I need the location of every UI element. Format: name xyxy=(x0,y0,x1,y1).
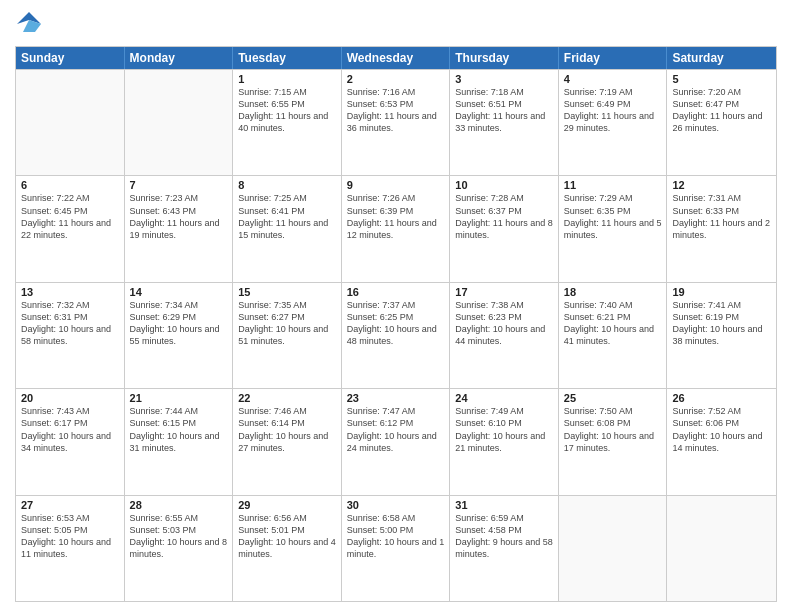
calendar-cell: 12Sunrise: 7:31 AMSunset: 6:33 PMDayligh… xyxy=(667,176,776,281)
day-number: 24 xyxy=(455,392,553,404)
weekday-header: Wednesday xyxy=(342,47,451,69)
calendar-cell: 7Sunrise: 7:23 AMSunset: 6:43 PMDaylight… xyxy=(125,176,234,281)
logo xyxy=(15,10,47,38)
day-info: Sunrise: 7:44 AMSunset: 6:15 PMDaylight:… xyxy=(130,405,228,454)
day-number: 20 xyxy=(21,392,119,404)
calendar-body: 1Sunrise: 7:15 AMSunset: 6:55 PMDaylight… xyxy=(16,69,776,601)
calendar-row: 1Sunrise: 7:15 AMSunset: 6:55 PMDaylight… xyxy=(16,69,776,175)
weekday-header: Sunday xyxy=(16,47,125,69)
day-number: 3 xyxy=(455,73,553,85)
calendar-cell: 8Sunrise: 7:25 AMSunset: 6:41 PMDaylight… xyxy=(233,176,342,281)
calendar-cell: 27Sunrise: 6:53 AMSunset: 5:05 PMDayligh… xyxy=(16,496,125,601)
day-number: 8 xyxy=(238,179,336,191)
day-info: Sunrise: 7:20 AMSunset: 6:47 PMDaylight:… xyxy=(672,86,771,135)
calendar-cell: 1Sunrise: 7:15 AMSunset: 6:55 PMDaylight… xyxy=(233,70,342,175)
day-number: 31 xyxy=(455,499,553,511)
day-info: Sunrise: 7:50 AMSunset: 6:08 PMDaylight:… xyxy=(564,405,662,454)
calendar-cell: 17Sunrise: 7:38 AMSunset: 6:23 PMDayligh… xyxy=(450,283,559,388)
day-number: 28 xyxy=(130,499,228,511)
day-info: Sunrise: 6:55 AMSunset: 5:03 PMDaylight:… xyxy=(130,512,228,561)
day-info: Sunrise: 7:25 AMSunset: 6:41 PMDaylight:… xyxy=(238,192,336,241)
calendar-cell: 20Sunrise: 7:43 AMSunset: 6:17 PMDayligh… xyxy=(16,389,125,494)
day-info: Sunrise: 7:15 AMSunset: 6:55 PMDaylight:… xyxy=(238,86,336,135)
day-number: 13 xyxy=(21,286,119,298)
calendar-row: 13Sunrise: 7:32 AMSunset: 6:31 PMDayligh… xyxy=(16,282,776,388)
day-info: Sunrise: 7:22 AMSunset: 6:45 PMDaylight:… xyxy=(21,192,119,241)
calendar-cell xyxy=(667,496,776,601)
calendar-cell: 25Sunrise: 7:50 AMSunset: 6:08 PMDayligh… xyxy=(559,389,668,494)
day-number: 17 xyxy=(455,286,553,298)
calendar: SundayMondayTuesdayWednesdayThursdayFrid… xyxy=(15,46,777,602)
day-number: 18 xyxy=(564,286,662,298)
day-info: Sunrise: 7:52 AMSunset: 6:06 PMDaylight:… xyxy=(672,405,771,454)
calendar-cell: 22Sunrise: 7:46 AMSunset: 6:14 PMDayligh… xyxy=(233,389,342,494)
day-info: Sunrise: 7:41 AMSunset: 6:19 PMDaylight:… xyxy=(672,299,771,348)
day-info: Sunrise: 7:47 AMSunset: 6:12 PMDaylight:… xyxy=(347,405,445,454)
day-info: Sunrise: 7:26 AMSunset: 6:39 PMDaylight:… xyxy=(347,192,445,241)
calendar-cell: 24Sunrise: 7:49 AMSunset: 6:10 PMDayligh… xyxy=(450,389,559,494)
day-info: Sunrise: 7:23 AMSunset: 6:43 PMDaylight:… xyxy=(130,192,228,241)
calendar-cell: 16Sunrise: 7:37 AMSunset: 6:25 PMDayligh… xyxy=(342,283,451,388)
day-info: Sunrise: 7:40 AMSunset: 6:21 PMDaylight:… xyxy=(564,299,662,348)
calendar-cell xyxy=(125,70,234,175)
calendar-cell: 21Sunrise: 7:44 AMSunset: 6:15 PMDayligh… xyxy=(125,389,234,494)
day-info: Sunrise: 7:28 AMSunset: 6:37 PMDaylight:… xyxy=(455,192,553,241)
day-number: 6 xyxy=(21,179,119,191)
weekday-header: Tuesday xyxy=(233,47,342,69)
calendar-cell: 10Sunrise: 7:28 AMSunset: 6:37 PMDayligh… xyxy=(450,176,559,281)
calendar-cell xyxy=(16,70,125,175)
calendar-cell: 4Sunrise: 7:19 AMSunset: 6:49 PMDaylight… xyxy=(559,70,668,175)
calendar-row: 27Sunrise: 6:53 AMSunset: 5:05 PMDayligh… xyxy=(16,495,776,601)
calendar-cell: 18Sunrise: 7:40 AMSunset: 6:21 PMDayligh… xyxy=(559,283,668,388)
weekday-header: Friday xyxy=(559,47,668,69)
day-info: Sunrise: 6:53 AMSunset: 5:05 PMDaylight:… xyxy=(21,512,119,561)
day-info: Sunrise: 7:49 AMSunset: 6:10 PMDaylight:… xyxy=(455,405,553,454)
day-number: 23 xyxy=(347,392,445,404)
calendar-cell: 19Sunrise: 7:41 AMSunset: 6:19 PMDayligh… xyxy=(667,283,776,388)
day-info: Sunrise: 7:43 AMSunset: 6:17 PMDaylight:… xyxy=(21,405,119,454)
day-number: 15 xyxy=(238,286,336,298)
calendar-cell: 3Sunrise: 7:18 AMSunset: 6:51 PMDaylight… xyxy=(450,70,559,175)
day-number: 1 xyxy=(238,73,336,85)
day-number: 27 xyxy=(21,499,119,511)
day-number: 26 xyxy=(672,392,771,404)
day-info: Sunrise: 7:46 AMSunset: 6:14 PMDaylight:… xyxy=(238,405,336,454)
weekday-header: Thursday xyxy=(450,47,559,69)
calendar-row: 20Sunrise: 7:43 AMSunset: 6:17 PMDayligh… xyxy=(16,388,776,494)
day-number: 5 xyxy=(672,73,771,85)
calendar-cell: 26Sunrise: 7:52 AMSunset: 6:06 PMDayligh… xyxy=(667,389,776,494)
calendar-cell: 6Sunrise: 7:22 AMSunset: 6:45 PMDaylight… xyxy=(16,176,125,281)
day-number: 16 xyxy=(347,286,445,298)
calendar-cell: 2Sunrise: 7:16 AMSunset: 6:53 PMDaylight… xyxy=(342,70,451,175)
day-number: 2 xyxy=(347,73,445,85)
logo-icon xyxy=(15,10,43,38)
calendar-cell: 13Sunrise: 7:32 AMSunset: 6:31 PMDayligh… xyxy=(16,283,125,388)
day-number: 9 xyxy=(347,179,445,191)
day-number: 25 xyxy=(564,392,662,404)
calendar-cell: 11Sunrise: 7:29 AMSunset: 6:35 PMDayligh… xyxy=(559,176,668,281)
day-number: 29 xyxy=(238,499,336,511)
calendar-page: SundayMondayTuesdayWednesdayThursdayFrid… xyxy=(0,0,792,612)
calendar-row: 6Sunrise: 7:22 AMSunset: 6:45 PMDaylight… xyxy=(16,175,776,281)
day-info: Sunrise: 7:19 AMSunset: 6:49 PMDaylight:… xyxy=(564,86,662,135)
calendar-cell: 30Sunrise: 6:58 AMSunset: 5:00 PMDayligh… xyxy=(342,496,451,601)
day-number: 14 xyxy=(130,286,228,298)
calendar-cell: 15Sunrise: 7:35 AMSunset: 6:27 PMDayligh… xyxy=(233,283,342,388)
day-info: Sunrise: 7:18 AMSunset: 6:51 PMDaylight:… xyxy=(455,86,553,135)
day-info: Sunrise: 7:34 AMSunset: 6:29 PMDaylight:… xyxy=(130,299,228,348)
day-number: 10 xyxy=(455,179,553,191)
day-info: Sunrise: 6:58 AMSunset: 5:00 PMDaylight:… xyxy=(347,512,445,561)
day-info: Sunrise: 7:31 AMSunset: 6:33 PMDaylight:… xyxy=(672,192,771,241)
day-number: 4 xyxy=(564,73,662,85)
day-info: Sunrise: 7:37 AMSunset: 6:25 PMDaylight:… xyxy=(347,299,445,348)
calendar-cell: 9Sunrise: 7:26 AMSunset: 6:39 PMDaylight… xyxy=(342,176,451,281)
day-info: Sunrise: 7:38 AMSunset: 6:23 PMDaylight:… xyxy=(455,299,553,348)
weekday-header: Saturday xyxy=(667,47,776,69)
day-info: Sunrise: 7:35 AMSunset: 6:27 PMDaylight:… xyxy=(238,299,336,348)
calendar-cell: 28Sunrise: 6:55 AMSunset: 5:03 PMDayligh… xyxy=(125,496,234,601)
calendar-header: SundayMondayTuesdayWednesdayThursdayFrid… xyxy=(16,47,776,69)
day-info: Sunrise: 7:32 AMSunset: 6:31 PMDaylight:… xyxy=(21,299,119,348)
day-info: Sunrise: 7:16 AMSunset: 6:53 PMDaylight:… xyxy=(347,86,445,135)
calendar-cell: 14Sunrise: 7:34 AMSunset: 6:29 PMDayligh… xyxy=(125,283,234,388)
day-number: 19 xyxy=(672,286,771,298)
